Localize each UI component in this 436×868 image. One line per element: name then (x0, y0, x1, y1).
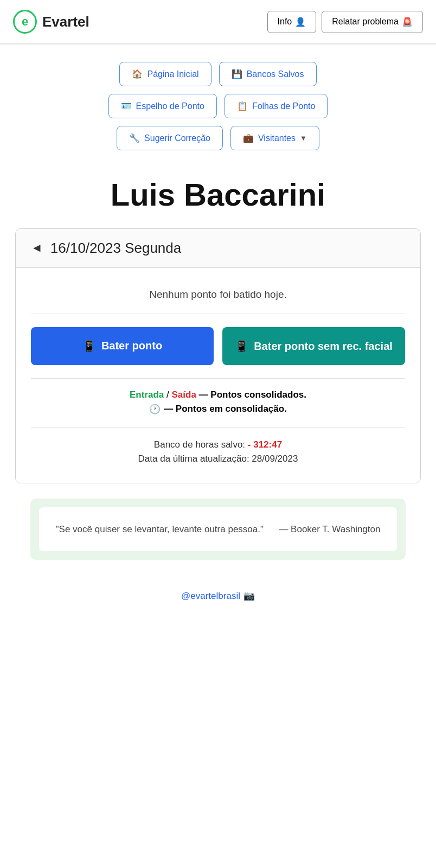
nav-folhas-ponto[interactable]: 📋 Folhas de Ponto (225, 94, 328, 118)
espelho-ponto-icon: 🪪 (121, 101, 132, 111)
quote-author: — Booker T. Washington (279, 524, 380, 534)
header: e Evartel Info 👤 Relatar problema 🚨 (0, 0, 436, 44)
report-label: Relatar problema (332, 17, 399, 27)
action-buttons: 📱 Bater ponto 📱 Bater ponto sem rec. fac… (31, 327, 405, 365)
folhas-ponto-icon: 📋 (237, 101, 248, 111)
bater-ponto-icon: 📱 (82, 340, 96, 353)
user-name: Luis Baccarini (15, 177, 421, 212)
bater-ponto-label: Bater ponto (101, 340, 162, 352)
bater-ponto-button[interactable]: 📱 Bater ponto (31, 327, 214, 365)
report-problem-button[interactable]: Relatar problema 🚨 (322, 11, 423, 33)
entrada-label: Entrada (130, 390, 164, 400)
info-button[interactable]: Info 👤 (267, 11, 317, 33)
nav-row-3: 🔧 Sugerir Correção 💼 Visitantes ▼ (117, 126, 319, 150)
quote-section: "Se você quiser se levantar, levante out… (30, 499, 406, 560)
banco-label: Banco de horas salvo: (154, 439, 248, 450)
main-content: Luis Baccarini ◄ 16/10/2023 Segunda Nenh… (0, 161, 436, 575)
date-display: 16/10/2023 Segunda (50, 240, 181, 257)
bater-ponto-sem-facial-button[interactable]: 📱 Bater ponto sem rec. facial (222, 327, 405, 365)
legend-consolidating-line: 🕐 — Pontos em consolidação. (31, 404, 405, 415)
nav-row-2: 🪪 Espelho de Ponto 📋 Folhas de Ponto (108, 94, 328, 118)
folhas-ponto-label: Folhas de Ponto (252, 101, 316, 111)
quote-content: "Se você quiser se levantar, levante out… (56, 524, 264, 534)
bancos-salvos-icon: 💾 (232, 69, 242, 79)
info-icon: 👤 (295, 17, 306, 27)
legend-consolidated-line: Entrada / Saída — Pontos consolidados. (31, 390, 405, 400)
header-buttons: Info 👤 Relatar problema 🚨 (267, 11, 423, 33)
consolidated-text: — Pontos consolidados. (199, 390, 306, 400)
quote-text: "Se você quiser se levantar, levante out… (52, 522, 384, 537)
visitantes-icon: 💼 (243, 133, 254, 143)
espelho-ponto-label: Espelho de Ponto (136, 101, 204, 111)
legend-section: Entrada / Saída — Pontos consolidados. 🕐… (31, 378, 405, 415)
saida-label: Saída (172, 390, 196, 400)
nav-pagina-inicial[interactable]: 🏠 Página Inicial (119, 62, 211, 86)
consolidating-text: — Pontos em consolidação. (164, 404, 287, 414)
pagina-inicial-icon: 🏠 (132, 69, 143, 79)
navigation: 🏠 Página Inicial 💾 Bancos Salvos 🪪 Espel… (0, 44, 436, 161)
date-row: ◄ 16/10/2023 Segunda (16, 229, 420, 268)
banco-horas-line: Banco de horas salvo: - 312:47 (31, 439, 405, 450)
legend-separator: / (166, 390, 171, 400)
nav-espelho-ponto[interactable]: 🪪 Espelho de Ponto (108, 94, 217, 118)
info-label: Info (278, 17, 292, 27)
report-icon: 🚨 (402, 17, 413, 27)
pagina-inicial-label: Página Inicial (147, 69, 198, 79)
logo-icon: e (13, 10, 37, 34)
banco-section: Banco de horas salvo: - 312:47 Data da ú… (31, 427, 405, 464)
app-name: Evartel (42, 14, 89, 30)
footer: @evartelbrasil 📷 (0, 575, 436, 623)
nav-sugerir-correcao[interactable]: 🔧 Sugerir Correção (117, 126, 223, 150)
instagram-label: @evartelbrasil (181, 591, 240, 602)
quote-inner: "Se você quiser se levantar, levante out… (39, 507, 397, 552)
chevron-down-icon: ▼ (300, 134, 307, 142)
card-body: Nenhum ponto foi batido hoje. 📱 Bater po… (16, 268, 420, 483)
visitantes-label: Visitantes (258, 133, 296, 143)
nav-row-1: 🏠 Página Inicial 💾 Bancos Salvos (119, 62, 316, 86)
banco-value: - 312:47 (248, 439, 282, 450)
instagram-link[interactable]: @evartelbrasil 📷 (0, 590, 436, 602)
no-point-message: Nenhum ponto foi batido hoje. (31, 283, 405, 314)
sugerir-correcao-label: Sugerir Correção (144, 133, 210, 143)
bater-sem-label: Bater ponto sem rec. facial (254, 339, 393, 353)
nav-visitantes[interactable]: 💼 Visitantes ▼ (230, 126, 319, 150)
attendance-card: ◄ 16/10/2023 Segunda Nenhum ponto foi ba… (15, 228, 421, 483)
sugerir-correcao-icon: 🔧 (129, 133, 140, 143)
nav-bancos-salvos[interactable]: 💾 Bancos Salvos (219, 62, 317, 86)
update-date-line: Data da última atualização: 28/09/2023 (31, 454, 405, 464)
instagram-icon: 📷 (243, 590, 255, 602)
back-arrow-button[interactable]: ◄ (31, 241, 43, 255)
bater-sem-icon: 📱 (235, 339, 248, 353)
clock-icon: 🕐 (149, 404, 161, 415)
bancos-salvos-label: Bancos Salvos (247, 69, 304, 79)
logo-area: e Evartel (13, 10, 89, 34)
